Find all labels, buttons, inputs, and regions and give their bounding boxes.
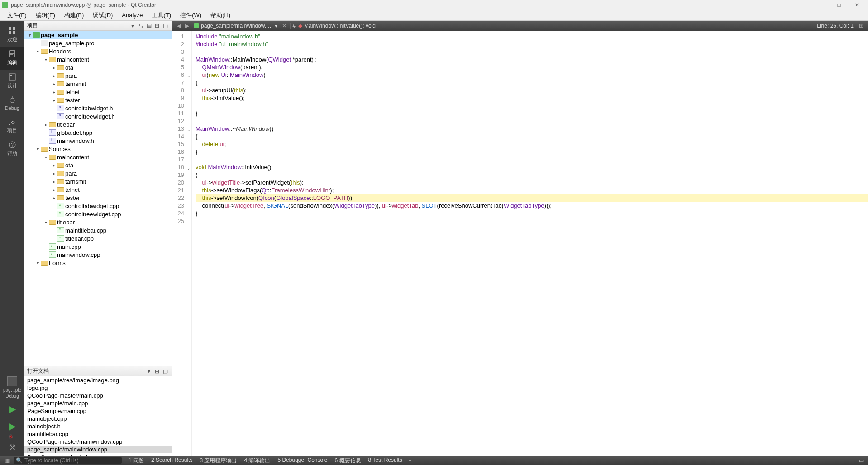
code-line[interactable] [196, 102, 868, 109]
tree-row[interactable]: ▸tarnsmit [24, 80, 172, 88]
line-number[interactable]: 11 [172, 109, 191, 117]
tree-row[interactable]: page_sample.pro [24, 39, 172, 47]
line-number[interactable]: 22 [172, 194, 191, 202]
open-doc-row[interactable]: PageSample/main.cpp [24, 407, 172, 415]
code-line[interactable]: this->InitValue(); [196, 94, 868, 102]
encoding-icon[interactable]: ⊞ [857, 23, 865, 29]
line-number[interactable]: 25 [172, 217, 191, 225]
close-panel-icon[interactable]: ▢ [162, 22, 169, 29]
open-doc-row[interactable]: QCoolPage-master/main.cpp [24, 392, 172, 399]
tree-row[interactable]: ▾Headers [24, 47, 172, 55]
menu-item[interactable]: 帮助(H) [206, 10, 235, 20]
line-number[interactable]: 1 [172, 33, 191, 40]
open-doc-row[interactable]: page_sample/mainwindow.cpp [24, 446, 172, 453]
expand-icon[interactable]: ▸ [51, 195, 57, 200]
code-area[interactable]: #include "mainwindow.h"#include "ui_main… [192, 31, 868, 456]
tree-row[interactable]: ▸tester [24, 96, 172, 104]
open-doc-row[interactable]: mainobject.h [24, 422, 172, 430]
line-number[interactable]: 9 [172, 94, 191, 102]
tree-row[interactable]: ▸titlebar [24, 120, 172, 128]
output-pane-tab[interactable]: 3 应用程序输出 [196, 457, 240, 465]
menu-item[interactable]: 控件(W) [176, 10, 206, 20]
line-number[interactable]: 7 [172, 79, 191, 86]
mode-bug-button[interactable]: Debug [0, 93, 24, 114]
code-line[interactable]: this->setWindowFlags(Qt::FramelessWindow… [196, 186, 868, 194]
open-doc-row[interactable]: PageSample/mainwindow.cpp [24, 453, 172, 456]
line-number[interactable]: 3 [172, 48, 191, 56]
open-doc-row[interactable]: logo.jpg [24, 384, 172, 392]
mode-design-button[interactable]: 设计 [0, 70, 24, 93]
line-number[interactable]: 17 [172, 156, 191, 163]
expand-icon[interactable]: ▸ [51, 90, 57, 95]
output-pane-tab[interactable]: 2 Search Results [148, 457, 196, 465]
tree-row[interactable]: ▸ota [24, 63, 172, 71]
code-line[interactable]: void MainWindow::InitValue() [196, 163, 868, 171]
tree-row[interactable]: ▸para [24, 169, 172, 177]
run-debug-button[interactable]: ▶🐞 [0, 418, 24, 440]
tree-row[interactable]: ▾titlebar [24, 218, 172, 226]
tree-row[interactable]: main.cpp [24, 242, 172, 251]
code-line[interactable]: ui->widgetTitle->setParentWidget(this); [196, 179, 868, 186]
open-doc-row[interactable]: page_sample/main.cpp [24, 399, 172, 407]
kit-selector[interactable]: pag…pleDebug [0, 375, 24, 401]
build-button[interactable]: ⚒ [0, 440, 24, 456]
code-line[interactable]: { [196, 79, 868, 86]
line-number[interactable]: 4 [172, 56, 191, 63]
line-number[interactable]: 16 [172, 148, 191, 156]
nav-back-button[interactable]: ◀ [175, 23, 183, 29]
code-line[interactable]: MainWindow::~MainWindow() [196, 125, 868, 133]
mode-help-button[interactable]: ?帮助 [0, 138, 24, 161]
project-tree[interactable]: ▾page_samplepage_sample.pro▾Headers▾main… [24, 31, 172, 366]
line-number[interactable]: 14 [172, 133, 191, 140]
close-tab-button[interactable]: ✕ [280, 23, 288, 29]
code-line[interactable]: } [196, 148, 868, 156]
tree-row[interactable]: controltabwidget.h [24, 104, 172, 112]
code-line[interactable]: } [196, 109, 868, 117]
tree-row[interactable]: ▸tester [24, 194, 172, 202]
tree-row[interactable]: controltreewidget.cpp [24, 210, 172, 218]
mode-edit-button[interactable]: 编辑 [0, 47, 24, 70]
tree-row[interactable]: mainwindow.h [24, 137, 172, 145]
line-number[interactable]: 24 [172, 209, 191, 217]
code-line[interactable]: { [196, 171, 868, 179]
tree-row[interactable]: ▸tarnsmit [24, 177, 172, 185]
expand-icon[interactable]: ▸ [51, 171, 57, 176]
expand-icon[interactable]: ▸ [51, 179, 57, 184]
tree-row[interactable]: ▾Forms [24, 259, 172, 267]
split-icon[interactable]: ⊞ [153, 368, 161, 375]
expand-icon[interactable]: ▸ [43, 122, 49, 127]
tree-row[interactable]: ▸telnet [24, 88, 172, 96]
expand-icon[interactable]: ▸ [51, 163, 57, 168]
line-number[interactable]: 23 [172, 202, 191, 209]
tree-row[interactable]: ▸ota [24, 161, 172, 169]
tree-row[interactable]: globaldef.hpp [24, 128, 172, 137]
tree-row[interactable]: titlebar.cpp [24, 234, 172, 242]
tree-row[interactable]: ▸telnet [24, 185, 172, 194]
line-number[interactable]: 5 [172, 63, 191, 71]
line-number[interactable]: 15 [172, 140, 191, 148]
open-doc-row[interactable]: maintitlebar.cpp [24, 430, 172, 438]
expand-icon[interactable]: ▾ [43, 57, 49, 62]
line-number[interactable]: 13⌄ [172, 125, 191, 133]
progress-icon[interactable]: ▭ [857, 457, 865, 464]
expand-icon[interactable]: ▾ [43, 220, 49, 225]
toggle-sidebar-button[interactable]: ▥ [3, 457, 11, 464]
dropdown-icon[interactable]: ▾ [129, 22, 136, 29]
sync-icon[interactable]: ⇆ [137, 22, 144, 29]
code-line[interactable] [196, 48, 868, 56]
code-line[interactable]: delete ui; [196, 140, 868, 148]
code-line[interactable] [196, 217, 868, 225]
code-line[interactable]: connect(ui->widgetTree, SIGNAL(sendShowI… [196, 202, 868, 209]
code-line[interactable]: ui->setupUi(this); [196, 86, 868, 94]
menu-item[interactable]: 调试(D) [88, 10, 117, 20]
line-number[interactable]: 20 [172, 179, 191, 186]
output-pane-tab[interactable]: 5 Debugger Console [274, 457, 331, 465]
open-doc-row[interactable]: mainobject.cpp [24, 415, 172, 422]
line-number[interactable]: 10 [172, 102, 191, 109]
line-number[interactable]: 6⌄ [172, 71, 191, 79]
code-line[interactable]: #include "ui_mainwindow.h" [196, 40, 868, 48]
tree-row[interactable]: controltreewidget.h [24, 112, 172, 120]
menu-item[interactable]: 文件(F) [3, 10, 31, 20]
line-gutter[interactable]: 123456⌄78910111213⌄1415161718⌄1920212223… [172, 31, 192, 456]
close-button[interactable]: ✕ [848, 2, 866, 8]
